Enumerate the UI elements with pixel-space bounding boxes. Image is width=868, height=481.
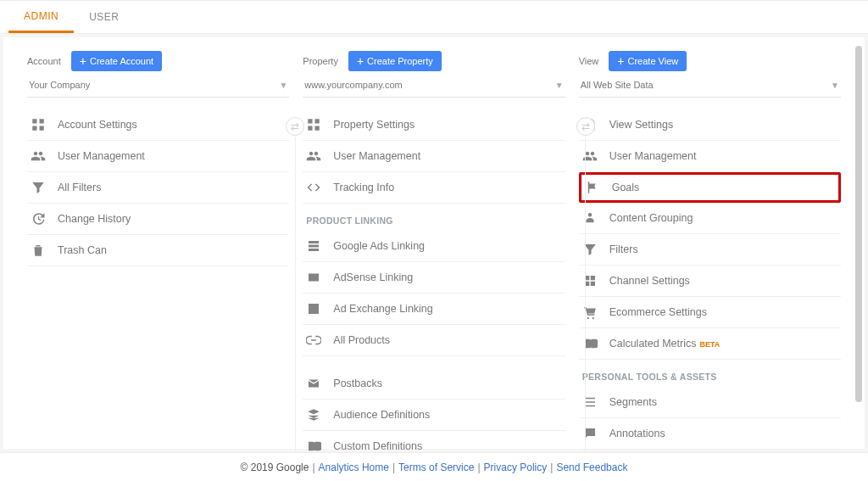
account-label: Account (27, 56, 61, 66)
connector-account-property[interactable]: ⇄ (286, 117, 304, 136)
nav-item-property-settings[interactable]: Property Settings (303, 109, 565, 141)
account-selector[interactable]: Your Company ▼ (27, 75, 289, 98)
nav-item-custom-definitions[interactable]: Custom Definitions (303, 431, 565, 452)
nav-item-label: Audience Definitions (333, 409, 561, 421)
nav-item-annotations[interactable]: Annotations (579, 418, 841, 450)
nav-item-label: Calculated MetricsBETA (609, 338, 837, 350)
plus-icon: + (357, 55, 364, 67)
nav-item-label: Postbacks (333, 378, 561, 389)
funnel-icon (31, 180, 46, 195)
property-label: Property (303, 56, 338, 66)
nav-item-segments[interactable]: Segments (579, 387, 841, 418)
caret-down-icon: ▼ (555, 81, 564, 90)
nav-item-trash-can[interactable]: Trash Can (27, 235, 289, 266)
nav-item-label: Trash Can (58, 244, 286, 256)
column-view: View +Create View All Web Site Data ▼ Vi… (572, 51, 848, 449)
nav-item-label: Ad Exchange Linking (333, 303, 561, 315)
nav-item-label: Channel Settings (609, 275, 837, 287)
nav-item-user-management[interactable]: User Management (27, 141, 289, 172)
nav-item-adsense-linking[interactable]: AdSense Linking (303, 262, 565, 294)
nav-item-tracking-info[interactable]: Tracking Info (303, 172, 565, 204)
nav-item-postbacks[interactable]: Postbacks (303, 368, 565, 400)
people-icon (306, 148, 321, 164)
plus-icon: + (80, 55, 86, 67)
admin-board: ⇄ ⇄ Account +Create Account Your Company… (3, 37, 865, 449)
connector-property-view[interactable]: ⇄ (576, 117, 595, 136)
code-icon (306, 180, 321, 195)
nav-item-goals[interactable]: Goals (579, 172, 841, 203)
nav-item-label: Property Settings (333, 119, 561, 131)
nav-item-label: Custom Definitions (333, 440, 561, 452)
link-analytics-home[interactable]: Analytics Home (319, 461, 389, 473)
history-icon (31, 211, 46, 227)
dd-icon (306, 439, 321, 452)
view-selector[interactable]: All Web Site Data ▼ (579, 75, 841, 98)
trash-icon (31, 243, 46, 258)
nav-item-user-management[interactable]: User Management (303, 141, 565, 172)
nav-item-label: All Products (333, 334, 561, 346)
personal-tools-label: PERSONAL TOOLS & ASSETS (579, 360, 841, 387)
link-privacy-policy[interactable]: Privacy Policy (484, 461, 548, 473)
postback-icon (306, 376, 321, 391)
nav-item-user-management[interactable]: User Management (579, 141, 841, 172)
column-account: Account +Create Account Your Company ▼ A… (20, 51, 296, 449)
nav-item-audience-definitions[interactable]: Audience Definitions (303, 400, 565, 431)
nav-item-all-filters[interactable]: All Filters (27, 172, 289, 204)
nav-item-label: Google Ads Linking (333, 240, 561, 252)
settings-square-icon (31, 117, 46, 132)
link-icon (306, 333, 321, 348)
column-property: Property +Create Property www.yourcompan… (296, 51, 571, 449)
nav-item-label: Segments (609, 396, 837, 408)
link-send-feedback[interactable]: Send Feedback (556, 461, 627, 473)
audience-icon (306, 407, 321, 422)
flag-icon (585, 180, 600, 195)
nav-item-label: Filters (609, 243, 837, 255)
nav-item-label: User Management (609, 150, 837, 162)
nav-item-label: Account Settings (58, 119, 286, 131)
nav-item-ecommerce-settings[interactable]: Ecommerce Settings (579, 297, 841, 328)
nav-item-attribution-models[interactable]: Attribution Models (579, 450, 841, 452)
ads-icon (306, 238, 321, 254)
nav-item-content-grouping[interactable]: Content Grouping (579, 203, 841, 234)
nav-item-calculated-metrics[interactable]: Calculated MetricsBETA (579, 328, 841, 360)
nav-item-label: User Management (58, 150, 286, 162)
footer: © 2019 Google | Analytics Home | Terms o… (0, 452, 868, 481)
nav-item-change-history[interactable]: Change History (27, 204, 289, 235)
beta-badge: BETA (699, 340, 720, 349)
nav-item-label: Ecommerce Settings (609, 306, 837, 318)
nav-item-ad-exchange-linking[interactable]: Ad Exchange Linking (303, 294, 565, 325)
nav-item-filters[interactable]: Filters (579, 234, 841, 266)
view-label: View (579, 56, 599, 66)
caret-down-icon: ▼ (831, 81, 839, 90)
nav-item-account-settings[interactable]: Account Settings (27, 109, 289, 141)
create-account-button[interactable]: +Create Account (71, 51, 162, 71)
scrollbar[interactable] (855, 46, 862, 402)
nav-item-label: User Management (333, 150, 561, 162)
product-linking-label: PRODUCT LINKING (303, 204, 565, 231)
exchange-icon (306, 301, 321, 316)
nav-item-google-ads-linking[interactable]: Google Ads Linking (303, 231, 565, 262)
create-property-button[interactable]: +Create Property (348, 51, 442, 71)
adsense-icon (306, 270, 321, 285)
people-icon (31, 148, 46, 164)
nav-item-channel-settings[interactable]: Channel Settings (579, 266, 841, 297)
nav-item-label: Change History (58, 213, 286, 225)
nav-item-all-products[interactable]: All Products (303, 325, 565, 356)
caret-down-icon: ▼ (279, 81, 287, 90)
nav-item-label: View Settings (609, 119, 837, 131)
nav-item-label: All Filters (58, 182, 286, 193)
tab-user[interactable]: USER (74, 1, 134, 33)
nav-item-label: Annotations (609, 428, 837, 439)
admin-tabs: ADMIN USER (0, 0, 868, 34)
link-terms-of-service[interactable]: Terms of Service (398, 461, 474, 473)
copyright: © 2019 Google (241, 461, 309, 473)
nav-item-view-settings[interactable]: View Settings (579, 109, 841, 141)
settings-square-icon (306, 117, 321, 132)
nav-item-label: AdSense Linking (333, 271, 561, 283)
create-view-button[interactable]: +Create View (609, 51, 687, 71)
tab-admin[interactable]: ADMIN (8, 1, 74, 33)
property-selector[interactable]: www.yourcompany.com ▼ (303, 75, 565, 98)
plus-icon: + (617, 55, 624, 67)
nav-item-label: Content Grouping (609, 212, 837, 224)
nav-item-label: Goals (612, 182, 835, 193)
